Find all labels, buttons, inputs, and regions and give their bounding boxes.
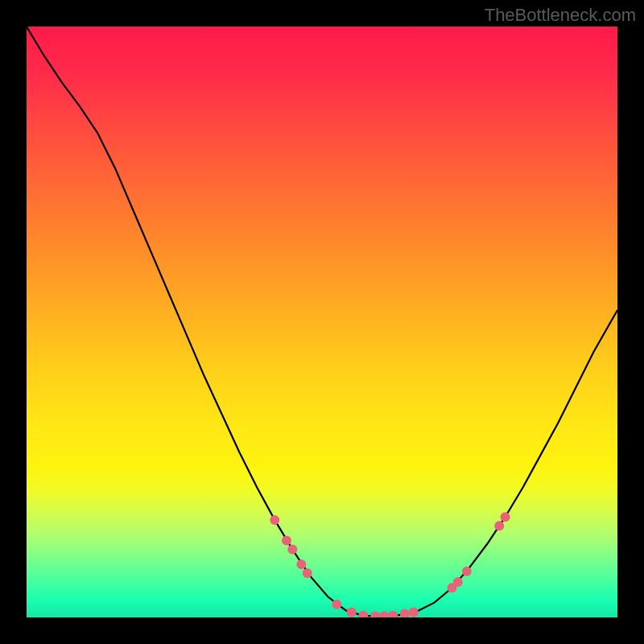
data-marker xyxy=(400,609,410,617)
data-marker xyxy=(287,545,297,555)
data-marker xyxy=(388,611,398,617)
data-marker xyxy=(494,521,504,530)
data-marker xyxy=(462,567,472,576)
data-marker xyxy=(332,600,341,609)
data-marker xyxy=(303,568,312,578)
data-markers xyxy=(270,512,510,617)
data-marker xyxy=(282,536,291,546)
data-marker xyxy=(501,512,510,522)
plot-area xyxy=(27,27,617,617)
data-marker xyxy=(347,607,357,617)
chart-svg xyxy=(27,27,617,617)
data-marker xyxy=(370,612,380,617)
data-marker xyxy=(453,577,463,587)
data-marker xyxy=(270,515,279,525)
data-marker xyxy=(358,611,368,617)
watermark-text: TheBottleneck.com xyxy=(485,5,636,26)
data-marker xyxy=(379,612,389,617)
bottleneck-curve xyxy=(27,27,617,617)
data-marker xyxy=(409,607,419,617)
data-marker xyxy=(296,559,306,569)
